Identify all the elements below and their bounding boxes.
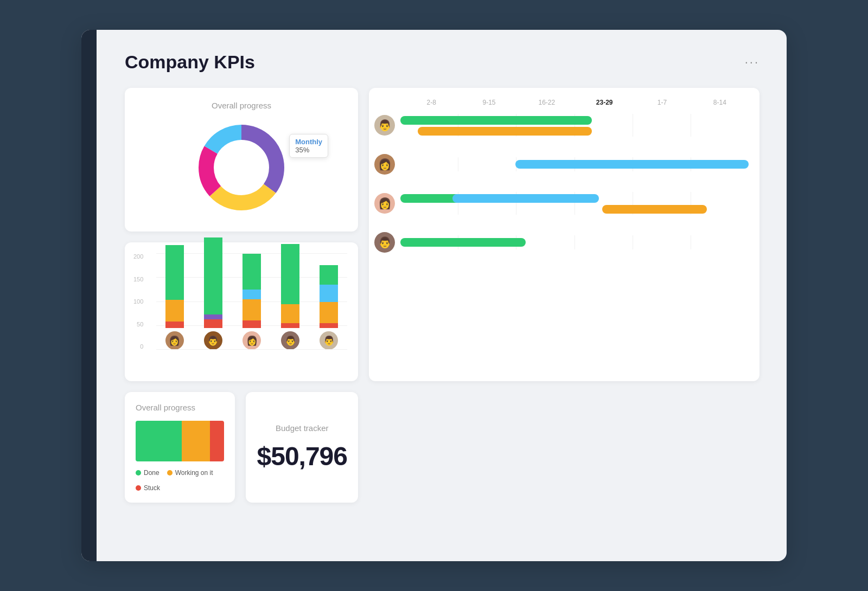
progress-bar-title: Overall progress (136, 403, 224, 412)
donut-hole (220, 146, 263, 189)
overall-progress-donut-card: Overall progress (125, 88, 358, 232)
bar-seg-green-0 (165, 245, 184, 300)
gantt-bar-0-1 (418, 127, 592, 136)
progress-working-segment (182, 421, 210, 461)
gantt-avatar-2: 👩 (374, 193, 395, 214)
bar-seg-orange-4 (320, 302, 338, 323)
donut-chart: Monthly 35% (193, 119, 290, 216)
bar-y-axis: 200 150 100 50 0 (133, 253, 146, 350)
bar-seg-blue-2 (242, 290, 261, 299)
bar-seg-green-3 (281, 244, 299, 304)
gantt-body: 👨 (374, 114, 749, 253)
gantt-avatar-3: 👨 (374, 232, 395, 253)
bar-seg-orange-3 (281, 304, 299, 324)
bar-group-1: 👨 (195, 232, 231, 350)
legend-dot-stuck (136, 485, 141, 491)
bar-avatar-2: 👩 (242, 331, 261, 350)
bar-chart-area: 200 150 100 50 0 (133, 253, 347, 372)
bar-avatar-1: 👨 (204, 331, 222, 350)
gantt-bar-3-0 (400, 238, 526, 247)
progress-done-segment (136, 421, 182, 461)
bar-seg-blue-4 (320, 285, 338, 302)
bar-seg-red-4 (320, 323, 338, 328)
gantt-col-label-5: 8-14 (691, 99, 749, 106)
progress-bar-chart (136, 421, 224, 461)
bar-y-label-150: 150 (133, 276, 143, 282)
gantt-col-label-2: 16-22 (518, 99, 576, 106)
legend-stuck: Stuck (136, 484, 160, 492)
gantt-row-0: 👨 (374, 114, 749, 137)
main-grid: Overall progress (125, 88, 760, 503)
gantt-bars-1 (400, 157, 749, 171)
overall-progress-bar-card: Overall progress Done Working o (125, 392, 235, 503)
page-title: Company KPIs (125, 52, 255, 73)
bar-seg-orange-2 (242, 299, 261, 320)
tooltip-value: 35% (295, 146, 322, 154)
bar-stack-4 (320, 232, 338, 328)
legend-label-done: Done (144, 469, 159, 477)
bar-seg-green-2 (242, 254, 261, 290)
bar-seg-green-1 (204, 237, 222, 314)
bar-groups: 👩 👨 (156, 253, 347, 350)
budget-amount: $50,796 (257, 441, 347, 471)
bar-stack-3 (281, 232, 299, 328)
bar-y-label-100: 100 (133, 298, 143, 305)
legend-dot-done (136, 470, 141, 476)
legend-dot-working (167, 470, 173, 476)
bar-stack-1 (204, 232, 222, 328)
gantt-bars-0 (400, 114, 749, 137)
bar-avatar-0: 👩 (165, 331, 184, 350)
bar-group-4: 👨 (311, 232, 347, 350)
gantt-bar-1-0 (515, 160, 749, 169)
budget-tracker-card: Budget tracker $50,796 (246, 392, 358, 503)
gantt-bar-0-0 (400, 116, 592, 125)
gantt-bar-2-1 (452, 194, 599, 203)
more-options-icon[interactable]: ··· (745, 55, 760, 69)
gantt-chart-card: 2-8 9-15 16-22 23-29 1-7 8-14 👨 (369, 88, 760, 381)
bar-seg-red-0 (165, 322, 184, 328)
bar-seg-green-4 (320, 265, 338, 285)
bar-avatar-3: 👨 (281, 331, 299, 350)
gantt-bar-2-2 (602, 205, 707, 214)
bar-seg-red-2 (242, 320, 261, 328)
bar-avatar-4: 👨 (320, 331, 338, 350)
tooltip-label: Monthly (295, 138, 322, 146)
bar-group-3: 👨 (272, 232, 309, 350)
gantt-col-label-4: 1-7 (633, 99, 691, 106)
legend-working: Working on it (167, 469, 213, 477)
gantt-col-label-3: 23-29 (576, 99, 633, 106)
donut-card-title: Overall progress (212, 101, 271, 110)
legend-label-stuck: Stuck (144, 484, 160, 492)
bar-group-2: 👩 (233, 232, 270, 350)
budget-title: Budget tracker (276, 423, 329, 433)
bar-seg-red-3 (281, 323, 299, 328)
bar-group-0: 👩 (156, 232, 193, 350)
gantt-header: 2-8 9-15 16-22 23-29 1-7 8-14 (374, 99, 749, 106)
bar-seg-orange-0 (165, 300, 184, 321)
progress-stuck-segment (210, 421, 224, 461)
sidebar-strip (81, 30, 97, 561)
bar-stack-2 (242, 232, 261, 328)
gantt-col-label-0: 2-8 (403, 99, 460, 106)
bar-y-label-0: 0 (140, 343, 143, 350)
gantt-row-3: 👨 (374, 232, 749, 253)
bar-y-label-50: 50 (137, 321, 143, 327)
bar-chart-card: 200 150 100 50 0 (125, 242, 358, 381)
dashboard: Company KPIs ··· Overall progress (81, 30, 787, 561)
bar-y-label-200: 200 (133, 253, 143, 260)
legend-label-working: Working on it (175, 469, 213, 477)
gantt-bars-2 (400, 192, 749, 215)
bar-seg-red-1 (204, 319, 222, 328)
legend-done: Done (136, 469, 159, 477)
progress-legend: Done Working on it Stuck (136, 469, 224, 492)
bar-seg-purple-1 (204, 314, 222, 319)
gantt-avatar-1: 👩 (374, 154, 395, 175)
gantt-row-2: 👩 (374, 192, 749, 215)
donut-tooltip: Monthly 35% (289, 134, 328, 158)
gantt-col-label-1: 9-15 (460, 99, 518, 106)
bar-stack-0 (165, 232, 184, 328)
gantt-avatar-0: 👨 (374, 115, 395, 136)
gantt-bars-3 (400, 235, 749, 249)
bottom-row: Overall progress Done Working o (125, 392, 358, 503)
header: Company KPIs ··· (108, 52, 760, 73)
